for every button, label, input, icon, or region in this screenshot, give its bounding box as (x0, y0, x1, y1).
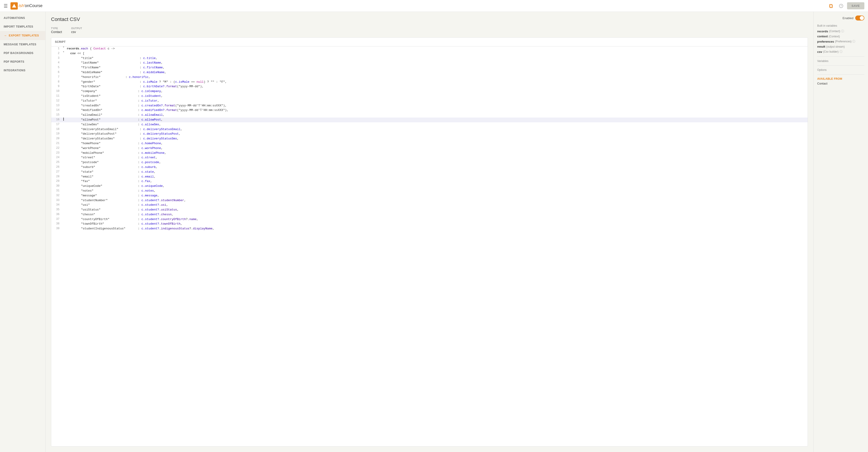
code-line: 27 "state" : c.state, (51, 170, 808, 175)
logo-text: ish'onCourse (19, 3, 42, 8)
code-content: "allowEmail" : c.allowEmail, (65, 113, 808, 118)
sidebar-item-message-templates[interactable]: MESSAGE TEMPLATES (0, 40, 45, 49)
code-line: 4 "lastName" : c.lastName, (51, 61, 808, 65)
sidebar-item-label: INTEGRATIONS (4, 69, 26, 72)
code-line: 25 "postcode" : c.postcode, (51, 160, 808, 165)
preferences-help-icon[interactable]: ⓘ (852, 39, 855, 43)
code-content: "message" : c.message, (65, 193, 808, 198)
line-indicator (62, 118, 65, 121)
code-content: "workPhone" : c.workPhone, (65, 146, 808, 151)
code-line: 17 "allowSms" : c.allowSms, (51, 122, 808, 127)
code-content: "gender" : c.isMale ? "M" : (c.isMale ==… (65, 80, 808, 85)
sidebar-item-automations[interactable]: AUTOMATIONS (0, 14, 45, 22)
line-number: 27 (51, 170, 62, 174)
line-number: 10 (51, 89, 62, 93)
line-number: 23 (51, 151, 62, 155)
records-help-icon[interactable]: ⓘ (841, 29, 844, 33)
line-number: 14 (51, 108, 62, 112)
code-content: "usi" : c.student?.usi, (65, 203, 808, 208)
output-value: csv (71, 30, 82, 34)
code-content: "middleName" : c.middleName, (65, 70, 808, 75)
csv-help-icon[interactable]: ⓘ (839, 50, 842, 54)
var-records: records (Contact) ⓘ (817, 29, 864, 33)
enabled-row: Enabled (817, 16, 864, 21)
sidebar-item-import-templates[interactable]: IMPORT TEMPLATES (0, 22, 45, 31)
page-title: Contact CSV (51, 17, 808, 22)
code-line: 38 "townOfBirth" : c.student?.townOfBirt… (51, 222, 808, 227)
help-button[interactable]: ? (837, 2, 845, 10)
save-button[interactable]: SAVE (847, 2, 864, 9)
line-number: 12 (51, 99, 62, 103)
var-preferences-type: (Preferences) (835, 40, 851, 43)
code-content: "birthDate" : c.birthDate?.format("yyyy-… (65, 84, 808, 89)
line-number: 28 (51, 175, 62, 179)
sidebar-item-export-templates[interactable]: → EXPORT TEMPLATES (0, 31, 45, 40)
script-body[interactable]: 1records.each { Contact c ->2 csv << [3 … (51, 47, 808, 446)
meta-row: TYPE Contact Output csv (45, 25, 813, 37)
line-indicator (62, 51, 65, 52)
enabled-toggle[interactable] (855, 16, 864, 21)
output-label: Output (71, 27, 82, 30)
code-line: 6 "middleName" : c.middleName, (51, 70, 808, 75)
sidebar-item-integrations[interactable]: INTEGRATIONS (0, 66, 45, 75)
var-csv: csv (Csv builder) ⓘ (817, 50, 864, 54)
type-field: TYPE Contact (51, 27, 62, 34)
code-content: "state" : c.state, (65, 170, 808, 175)
code-line: 9 "birthDate" : c.birthDate?.format("yyy… (51, 84, 808, 89)
sidebar-item-label: PDF BACKGROUNDS (4, 52, 33, 55)
line-number: 7 (51, 75, 62, 79)
main-layout: AUTOMATIONS IMPORT TEMPLATES → EXPORT TE… (0, 12, 868, 452)
code-content: "fax" : c.fax, (65, 179, 808, 184)
line-number: 24 (51, 155, 62, 160)
code-line: 24 "street" : c.street, (51, 155, 808, 160)
line-number: 11 (51, 94, 62, 98)
var-preferences-name: preferences (817, 40, 834, 43)
var-csv-name: csv (817, 50, 822, 54)
code-content: "createdOn" : c.createdOn?.format("yyyy-… (65, 103, 808, 108)
code-content: "allowPost" : c.allowPost, (65, 118, 808, 122)
var-records-type: (Contact) (829, 30, 840, 33)
sidebar-item-label: EXPORT TEMPLATES (9, 34, 39, 37)
code-line: 29 "fax" : c.fax, (51, 179, 808, 184)
line-number: 4 (51, 61, 62, 65)
svg-text:?: ? (840, 5, 842, 7)
code-line: 10 "company" : c.isCompany, (51, 89, 808, 94)
code-content: "deliveryStatusEmail" : c.deliveryStatus… (65, 127, 808, 132)
sidebar-item-label: MESSAGE TEMPLATES (4, 43, 36, 46)
var-result-name: result (817, 45, 825, 48)
line-number: 30 (51, 184, 62, 188)
code-line: 34 "usi" : c.student?.usi, (51, 203, 808, 208)
code-line: 11 "isStudent" : c.isStudent, (51, 94, 808, 99)
code-line: 18 "deliveryStatusEmail" : c.deliverySta… (51, 127, 808, 132)
code-line: 8 "gender" : c.isMale ? "M" : (c.isMale … (51, 80, 808, 85)
type-label: TYPE (51, 27, 62, 30)
line-number: 18 (51, 127, 62, 131)
var-result: result (output stream) (817, 45, 864, 48)
code-content: csv << [ (65, 51, 808, 56)
var-context: context (Context) (817, 35, 864, 38)
code-line: 31 "notes" : c.notes, (51, 189, 808, 193)
code-line: 5 "firstName" : c.firstName, (51, 65, 808, 70)
copy-button[interactable] (827, 2, 835, 10)
code-content: "chessn" : c.student?.chessn, (65, 212, 808, 217)
line-number: 8 (51, 80, 62, 84)
script-header: SCRIPT (51, 38, 808, 47)
code-content: records.each { Contact c -> (65, 47, 808, 51)
line-number: 2 (51, 51, 62, 56)
code-content: "email" : c.email, (65, 175, 808, 179)
line-number: 22 (51, 146, 62, 150)
hamburger-icon[interactable]: ☰ (4, 3, 8, 9)
sidebar-item-pdf-reports[interactable]: PDF REPORTS (0, 57, 45, 66)
code-line: 2 csv << [ (51, 51, 808, 56)
page-header: Contact CSV (45, 12, 813, 25)
var-result-type: (output stream) (826, 45, 844, 48)
code-content: "suburb" : c.suburb, (65, 165, 808, 170)
code-line: 16 "allowPost" : c.allowPost, (51, 118, 808, 122)
code-content: "studentIndigenousStatus" : c.student?.i… (65, 227, 808, 231)
line-number: 36 (51, 212, 62, 217)
active-arrow-icon: → (4, 34, 7, 37)
code-line: 33 "studentNumber" : c.student?.studentN… (51, 198, 808, 203)
sidebar-item-pdf-backgrounds[interactable]: PDF BACKGROUNDS (0, 49, 45, 57)
code-line: 1records.each { Contact c -> (51, 47, 808, 51)
code-line: 3 "title" : c.title, (51, 56, 808, 61)
